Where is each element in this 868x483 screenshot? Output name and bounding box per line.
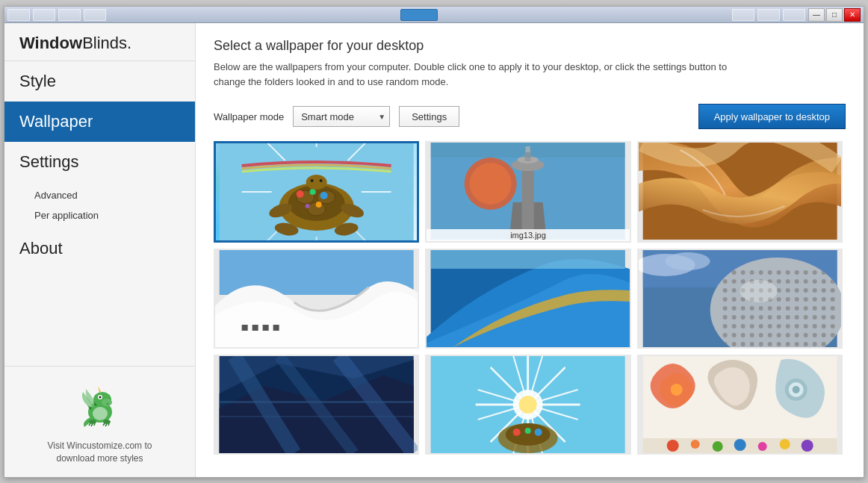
wallpaper-thumb-1 [216, 143, 417, 240]
svg-rect-48 [252, 325, 258, 331]
svg-point-28 [306, 175, 327, 190]
taskbar-item [7, 9, 30, 21]
svg-point-101 [666, 440, 678, 452]
minimize-button[interactable]: — [808, 8, 825, 22]
svg-rect-50 [273, 325, 279, 331]
controls-bar: Wallpaper mode Smart mode Centered Tiled… [214, 104, 846, 129]
svg-point-67 [794, 270, 799, 275]
svg-point-26 [316, 202, 322, 208]
svg-point-96 [670, 384, 682, 396]
wallpaper-thumb-5 [427, 250, 629, 347]
taskbar-center [109, 9, 729, 21]
svg-point-65 [776, 270, 781, 275]
thumb-8-art [427, 356, 629, 453]
wallpaper-item-6[interactable] [637, 249, 843, 349]
svg-point-72 [740, 280, 777, 302]
taskbar-item [757, 9, 780, 21]
taskbar-item [33, 9, 55, 21]
svg-point-37 [470, 163, 512, 205]
wallpaper-thumb-2 [427, 143, 629, 240]
wallpaper-mode-dropdown[interactable]: Smart mode Centered Tiled Stretched Fit … [293, 106, 390, 127]
wallpaper-mode-label: Wallpaper mode [214, 111, 284, 122]
sidebar-subitem-advanced[interactable]: Advanced [4, 185, 195, 205]
app-body: WindowBlinds. Style Wallpaper Settings A… [4, 23, 864, 477]
thumb-1-art [216, 143, 417, 240]
close-button[interactable]: ✕ [844, 8, 861, 22]
svg-point-91 [506, 423, 551, 446]
sidebar-item-settings[interactable]: Settings [4, 142, 195, 182]
sidebar-item-about[interactable]: About [4, 228, 195, 269]
sidebar-subitem-per-application[interactable]: Per application [4, 205, 195, 225]
sidebar-footer: Visit Wincustomize.com todownload more s… [4, 366, 195, 477]
title-bar-controls: — □ ✕ [808, 8, 861, 22]
svg-point-4 [99, 396, 101, 399]
wallpaper-item-2[interactable]: img13.jpg [425, 141, 630, 243]
wallpaper-mode-select[interactable]: Smart mode Centered Tiled Stretched Fit … [293, 106, 390, 127]
svg-rect-43 [431, 143, 625, 158]
svg-point-61 [740, 270, 745, 275]
svg-point-30 [320, 179, 323, 182]
thumb-2-art [427, 143, 629, 240]
svg-point-63 [758, 270, 763, 275]
svg-point-102 [690, 440, 699, 449]
wallpaper-item-3[interactable] [637, 141, 843, 243]
maximize-button[interactable]: □ [826, 8, 843, 22]
thumb-4-art [215, 250, 418, 347]
wallpaper-item-4[interactable] [214, 249, 419, 349]
svg-rect-49 [263, 325, 269, 331]
logo: WindowBlinds. [19, 35, 180, 52]
svg-point-107 [801, 440, 813, 452]
svg-point-24 [310, 189, 316, 195]
svg-rect-38 [522, 165, 534, 240]
svg-point-62 [749, 270, 754, 275]
svg-point-5 [106, 403, 108, 405]
taskbar-item [732, 9, 754, 21]
wallpaper-label-2: img13.jpg [427, 229, 629, 241]
svg-point-92 [513, 429, 521, 436]
page-description: Below are the wallpapers from your compu… [214, 60, 737, 89]
apply-wallpaper-button[interactable]: Apply wallpaper to desktop [698, 104, 846, 129]
svg-point-60 [731, 270, 736, 275]
main-content: Select a wallpaper for your desktop Belo… [196, 23, 864, 477]
taskbar-item [58, 9, 81, 21]
wallpaper-thumb-8 [427, 356, 629, 453]
svg-point-89 [519, 396, 537, 414]
footer-text: Visit Wincustomize.com todownload more s… [16, 440, 183, 465]
wallpaper-item-8[interactable] [425, 355, 630, 455]
svg-point-27 [306, 204, 310, 208]
svg-point-23 [297, 190, 304, 198]
svg-point-66 [785, 270, 790, 275]
wallpaper-item-7[interactable] [214, 355, 419, 455]
wallpaper-item-9[interactable] [637, 355, 843, 455]
logo-bold: Window [19, 34, 82, 52]
svg-point-68 [803, 270, 807, 275]
thumb-9-art [639, 356, 841, 453]
wallpaper-grid: img13.jpg [214, 141, 846, 455]
wallpaper-thumb-6 [639, 250, 841, 347]
svg-point-69 [812, 270, 816, 275]
thumb-7-art [215, 356, 418, 453]
svg-point-103 [712, 441, 722, 452]
taskbar-center-active [400, 9, 438, 21]
svg-point-104 [734, 439, 745, 451]
page-title: Select a wallpaper for your desktop [214, 38, 846, 54]
window-frame: — □ ✕ WindowBlinds. Style Wallpaper Sett… [4, 6, 864, 478]
svg-rect-52 [431, 250, 625, 269]
sidebar-item-style[interactable]: Style [4, 61, 195, 102]
svg-point-94 [535, 429, 542, 436]
svg-point-25 [320, 192, 328, 199]
wallpaper-scroll[interactable]: img13.jpg [214, 141, 846, 462]
wallpaper-thumb-3 [639, 143, 841, 240]
wallpaper-thumb-9 [639, 356, 841, 453]
dragon-mascot-icon [74, 378, 126, 431]
wallpaper-item-5[interactable] [425, 249, 630, 349]
svg-point-106 [779, 439, 790, 449]
wallpaper-thumb-4 [215, 250, 418, 347]
logo-light: Blinds. [82, 34, 131, 52]
settings-button[interactable]: Settings [399, 106, 459, 127]
svg-point-29 [311, 179, 314, 182]
svg-point-99 [792, 386, 799, 393]
sidebar-item-wallpaper[interactable]: Wallpaper [4, 102, 195, 142]
wallpaper-item-1[interactable] [214, 141, 419, 243]
svg-rect-78 [220, 416, 414, 417]
